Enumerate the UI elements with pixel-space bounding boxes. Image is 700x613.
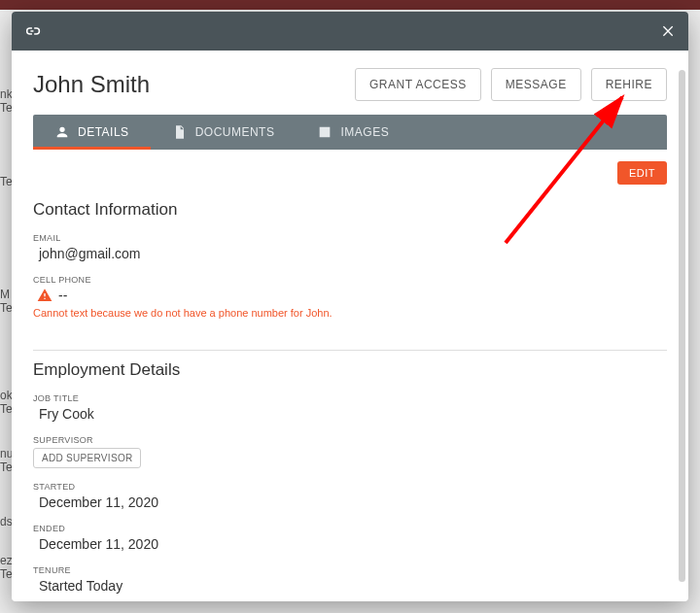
edit-button[interactable]: EDIT xyxy=(617,161,667,185)
tab-details[interactable]: DETAILS xyxy=(33,115,151,150)
rehire-button[interactable]: REHIRE xyxy=(591,68,667,101)
tab-documents-label: DOCUMENTS xyxy=(195,125,275,139)
section-title-contact: Contact Information xyxy=(33,200,667,220)
scrollbar-thumb[interactable] xyxy=(679,70,685,582)
value-cell-phone: -- xyxy=(58,288,67,303)
label-tenure: TENURE xyxy=(33,565,667,575)
label-cell-phone: CELL PHONE xyxy=(33,275,667,285)
tab-documents[interactable]: DOCUMENTS xyxy=(151,115,297,150)
field-ended: ENDED December 11, 2020 xyxy=(33,524,667,552)
section-title-employment: Employment Details xyxy=(33,360,667,380)
field-supervisor: SUPERVISOR ADD SUPERVISOR xyxy=(33,435,667,468)
tab-details-label: DETAILS xyxy=(78,125,129,139)
grant-access-button[interactable]: GRANT ACCESS xyxy=(355,68,481,101)
field-started: STARTED December 11, 2020 xyxy=(33,482,667,510)
tab-bar: DETAILS DOCUMENTS IMAGES xyxy=(33,115,667,150)
value-started: December 11, 2020 xyxy=(33,494,667,510)
tab-images[interactable]: IMAGES xyxy=(296,115,410,150)
label-started: STARTED xyxy=(33,482,667,492)
label-job-title: JOB TITLE xyxy=(33,393,667,403)
field-job-title: JOB TITLE Fry Cook xyxy=(33,393,667,422)
message-button[interactable]: MESSAGE xyxy=(491,68,581,101)
value-email: john@gmail.com xyxy=(33,246,667,261)
label-supervisor: SUPERVISOR xyxy=(33,435,667,445)
add-supervisor-button[interactable]: ADD SUPERVISOR xyxy=(33,448,141,468)
value-job-title: Fry Cook xyxy=(33,406,667,422)
value-tenure: Started Today xyxy=(33,578,667,594)
details-scroll-area[interactable]: EDIT Contact Information EMAIL john@gmai… xyxy=(12,150,688,601)
modal-header xyxy=(12,12,688,51)
section-employment-details: Employment Details JOB TITLE Fry Cook SU… xyxy=(33,351,667,601)
value-ended: December 11, 2020 xyxy=(33,536,667,552)
warning-icon xyxy=(37,288,52,303)
cell-phone-warning-text: Cannot text because we do not have a pho… xyxy=(33,307,667,319)
link-icon[interactable] xyxy=(23,22,41,40)
employee-detail-modal: John Smith GRANT ACCESS MESSAGE REHIRE D… xyxy=(12,12,688,601)
title-row: John Smith GRANT ACCESS MESSAGE REHIRE xyxy=(12,51,688,115)
field-tenure: TENURE Started Today xyxy=(33,565,667,594)
label-ended: ENDED xyxy=(33,524,667,533)
label-email: EMAIL xyxy=(33,233,667,243)
field-email: EMAIL john@gmail.com xyxy=(33,233,667,261)
tab-images-label: IMAGES xyxy=(340,125,389,139)
field-cell-phone: CELL PHONE -- Cannot text because we do … xyxy=(33,275,667,319)
close-icon[interactable] xyxy=(661,23,677,39)
employee-name: John Smith xyxy=(33,71,345,98)
section-contact-information: Contact Information EMAIL john@gmail.com… xyxy=(33,190,667,351)
